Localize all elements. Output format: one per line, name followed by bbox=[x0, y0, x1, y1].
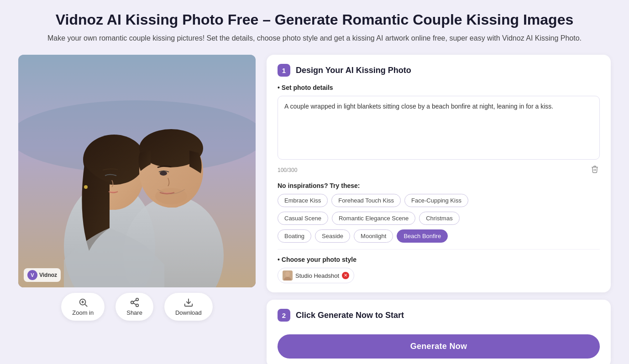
share-label: Share bbox=[126, 309, 142, 316]
download-label: Download bbox=[175, 309, 202, 316]
step2-title: Click Generate Now to Start bbox=[296, 311, 404, 320]
choose-style-label: Choose your photo style bbox=[278, 256, 600, 263]
svg-point-11 bbox=[160, 171, 167, 176]
image-actions: Zoom in Share bbox=[61, 293, 213, 321]
step1-title: Design Your AI Kissing Photo bbox=[296, 66, 411, 75]
zoom-in-icon bbox=[78, 297, 88, 307]
svg-line-21 bbox=[133, 300, 136, 302]
download-icon bbox=[183, 297, 194, 307]
set-details-section: Set photo details A couple wrapped in li… bbox=[278, 84, 600, 176]
share-button[interactable]: Share bbox=[115, 293, 153, 321]
inspiration-tags-row2: Casual Scene Romantic Elegance Scene Chr… bbox=[278, 212, 600, 225]
tag-boating[interactable]: Boating bbox=[278, 229, 311, 243]
step2-badge: 2 bbox=[278, 309, 290, 322]
share-icon bbox=[130, 297, 140, 307]
svg-point-17 bbox=[136, 298, 138, 301]
tag-beach-bonfire[interactable]: Beach Bonfire bbox=[397, 229, 448, 243]
style-thumbnail bbox=[283, 270, 293, 281]
step2-header: 2 Click Generate Now to Start bbox=[278, 309, 600, 322]
svg-point-12 bbox=[84, 185, 88, 189]
inspirations-section: No inspirations? Try these: Embrace Kiss… bbox=[278, 182, 600, 243]
step1-badge: 1 bbox=[278, 64, 290, 77]
couple-image-container: V Vidnoz bbox=[18, 55, 256, 287]
zoom-in-label: Zoom in bbox=[72, 309, 94, 316]
divider bbox=[278, 249, 600, 250]
char-count: 100/300 bbox=[278, 167, 297, 173]
tag-face-cupping-kiss[interactable]: Face-Cupping Kiss bbox=[404, 194, 468, 207]
remove-style-button[interactable]: ✕ bbox=[342, 272, 349, 279]
selected-style-tag: Studio Headshot ✕ bbox=[278, 268, 354, 283]
page-subtitle: Make your own romantic couple kissing pi… bbox=[18, 33, 611, 44]
inspirations-prompt: No inspirations? Try these: bbox=[278, 182, 600, 189]
inspiration-tags-row1: Embrace Kiss Forehead Touch Kiss Face-Cu… bbox=[278, 194, 600, 207]
couple-svg bbox=[18, 55, 256, 287]
step1-card: 1 Design Your AI Kissing Photo Set photo… bbox=[267, 55, 611, 292]
svg-point-10 bbox=[155, 188, 187, 204]
image-section: V Vidnoz Zoom in bbox=[18, 55, 256, 321]
tag-casual-scene[interactable]: Casual Scene bbox=[278, 212, 328, 225]
style-thumb-img bbox=[283, 270, 293, 281]
main-content: V Vidnoz Zoom in bbox=[18, 55, 611, 364]
tag-moonlight[interactable]: Moonlight bbox=[354, 229, 393, 243]
generate-now-button[interactable]: Generate Now bbox=[278, 334, 600, 359]
tag-forehead-touch-kiss[interactable]: Forehead Touch Kiss bbox=[331, 194, 401, 207]
photo-style-section: Choose your photo style Studio Headshot … bbox=[278, 256, 600, 283]
svg-line-14 bbox=[85, 305, 87, 307]
svg-point-24 bbox=[285, 271, 290, 277]
clear-textarea-button[interactable] bbox=[590, 164, 600, 176]
vidnoz-logo-icon: V bbox=[27, 270, 37, 280]
vidnoz-watermark: V Vidnoz bbox=[24, 268, 61, 282]
design-panel: 1 Design Your AI Kissing Photo Set photo… bbox=[267, 55, 611, 364]
svg-point-18 bbox=[131, 302, 133, 304]
selected-style-name: Studio Headshot bbox=[295, 272, 339, 279]
step2-card: 2 Click Generate Now to Start Generate N… bbox=[267, 300, 611, 364]
tag-seaside[interactable]: Seaside bbox=[315, 229, 350, 243]
tag-embrace-kiss[interactable]: Embrace Kiss bbox=[278, 194, 328, 207]
tag-romantic-elegance-scene[interactable]: Romantic Elegance Scene bbox=[332, 212, 415, 225]
inspiration-tags-row3: Boating Seaside Moonlight Beach Bonfire bbox=[278, 229, 600, 243]
set-details-label: Set photo details bbox=[278, 84, 600, 91]
textarea-footer: 100/300 bbox=[278, 164, 600, 176]
trash-icon bbox=[591, 165, 599, 173]
download-button[interactable]: Download bbox=[164, 293, 213, 321]
zoom-in-button[interactable]: Zoom in bbox=[61, 293, 105, 321]
svg-line-20 bbox=[133, 303, 136, 305]
couple-image bbox=[18, 55, 256, 287]
vidnoz-watermark-text: Vidnoz bbox=[39, 272, 57, 278]
tag-christmas[interactable]: Christmas bbox=[419, 212, 460, 225]
svg-point-19 bbox=[136, 304, 138, 307]
step1-header: 1 Design Your AI Kissing Photo bbox=[278, 64, 600, 77]
page-title: Vidnoz AI Kissing Photo Free – Generate … bbox=[18, 11, 611, 28]
photo-details-textarea[interactable]: A couple wrapped in light blankets sitti… bbox=[278, 96, 600, 160]
